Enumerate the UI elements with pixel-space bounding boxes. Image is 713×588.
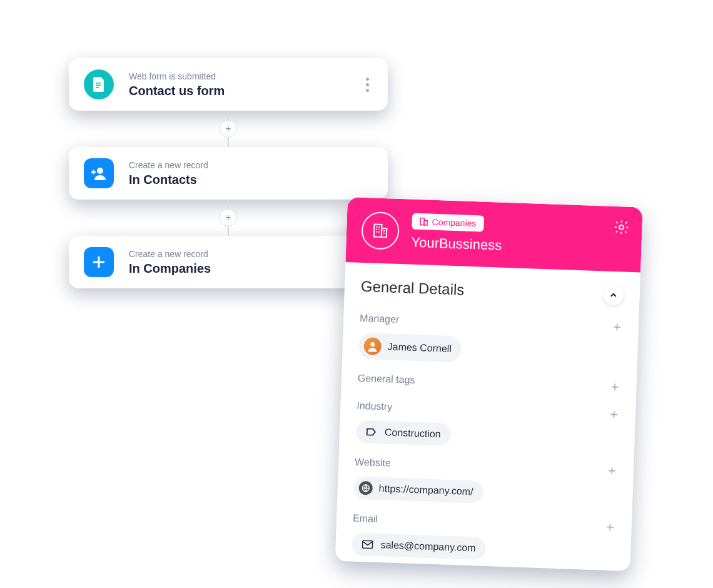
- card-text: Web form is submitted Contact us form: [129, 71, 362, 98]
- connector: +: [69, 111, 388, 147]
- email-chip[interactable]: sales@company.com: [351, 533, 486, 560]
- card-subtitle: Web form is submitted: [129, 71, 362, 81]
- field-label: Email: [353, 513, 378, 525]
- industry-value: Construction: [385, 427, 441, 440]
- document-icon: [84, 69, 114, 99]
- plus-icon: [84, 247, 114, 277]
- website-value: https://company.com/: [378, 483, 473, 497]
- section-head: General Details: [360, 276, 624, 306]
- svg-rect-19: [424, 220, 427, 225]
- svg-rect-0: [96, 83, 101, 84]
- company-details-panel: Companies YourBussiness General Details …: [335, 197, 643, 571]
- field-tags: General tags +: [357, 370, 620, 396]
- add-user-icon: [84, 158, 114, 188]
- add-website-button[interactable]: +: [607, 463, 618, 480]
- panel-body: General Details Manager + James Cornell: [335, 262, 640, 571]
- card-title: In Companies: [129, 261, 373, 276]
- chevron-up-icon: [609, 291, 618, 300]
- avatar: [363, 337, 382, 355]
- more-menu-button[interactable]: [362, 75, 373, 94]
- svg-rect-2: [96, 87, 99, 88]
- card-text: Create a new record In Companies: [129, 249, 373, 276]
- add-manager-button[interactable]: +: [612, 319, 623, 336]
- card-title: Contact us form: [129, 84, 362, 98]
- svg-rect-7: [93, 261, 104, 263]
- building-small-icon: [419, 217, 428, 226]
- industry-chip[interactable]: Construction: [355, 420, 451, 446]
- field-industry: Industry + Construction: [355, 398, 619, 452]
- add-email-button[interactable]: +: [605, 519, 616, 536]
- manager-chip[interactable]: James Cornell: [358, 333, 462, 363]
- card-text: Create a new record In Contacts: [129, 160, 373, 187]
- add-step-button[interactable]: +: [220, 120, 237, 138]
- add-step-button[interactable]: +: [220, 209, 237, 226]
- field-manager: Manager + James Cornell: [358, 310, 622, 368]
- connector: +: [69, 200, 388, 236]
- tag-icon: [365, 425, 379, 439]
- add-tag-button[interactable]: +: [609, 379, 620, 396]
- section-title: General Details: [361, 278, 465, 299]
- svg-rect-1: [96, 85, 101, 86]
- svg-rect-5: [93, 170, 94, 175]
- card-subtitle: Create a new record: [129, 249, 373, 259]
- workflow-column: Web form is submitted Contact us form + …: [69, 58, 388, 288]
- building-icon: [361, 211, 400, 250]
- type-badge[interactable]: Companies: [412, 213, 484, 232]
- type-badge-label: Companies: [432, 217, 476, 228]
- panel-header-text: Companies YourBussiness: [411, 213, 627, 258]
- website-chip[interactable]: https://company.com/: [353, 477, 483, 504]
- field-label: Industry: [356, 400, 393, 413]
- settings-button[interactable]: [613, 219, 630, 236]
- field-email: Email + sales@company.com: [351, 510, 615, 565]
- svg-point-20: [619, 225, 624, 230]
- panel-title: YourBussiness: [411, 235, 627, 258]
- add-industry-button[interactable]: +: [609, 407, 620, 423]
- card-title: In Contacts: [129, 173, 373, 187]
- svg-rect-8: [374, 225, 382, 237]
- panel-header: Companies YourBussiness: [345, 197, 642, 272]
- email-value: sales@company.com: [380, 539, 476, 554]
- manager-name: James Cornell: [387, 341, 452, 355]
- svg-point-3: [97, 168, 103, 174]
- workflow-card-companies[interactable]: Create a new record In Companies: [69, 236, 388, 288]
- field-label: Manager: [360, 313, 400, 325]
- field-website: Website + https://company.com/: [353, 454, 617, 509]
- globe-icon: [358, 481, 373, 495]
- workflow-card-contacts[interactable]: Create a new record In Contacts: [69, 147, 388, 200]
- field-label: Website: [355, 457, 391, 469]
- workflow-card-webform[interactable]: Web form is submitted Contact us form: [69, 58, 388, 111]
- field-label: General tags: [358, 373, 415, 386]
- card-subtitle: Create a new record: [129, 160, 373, 170]
- svg-point-21: [370, 342, 375, 347]
- mail-icon: [360, 537, 375, 552]
- collapse-button[interactable]: [603, 285, 624, 305]
